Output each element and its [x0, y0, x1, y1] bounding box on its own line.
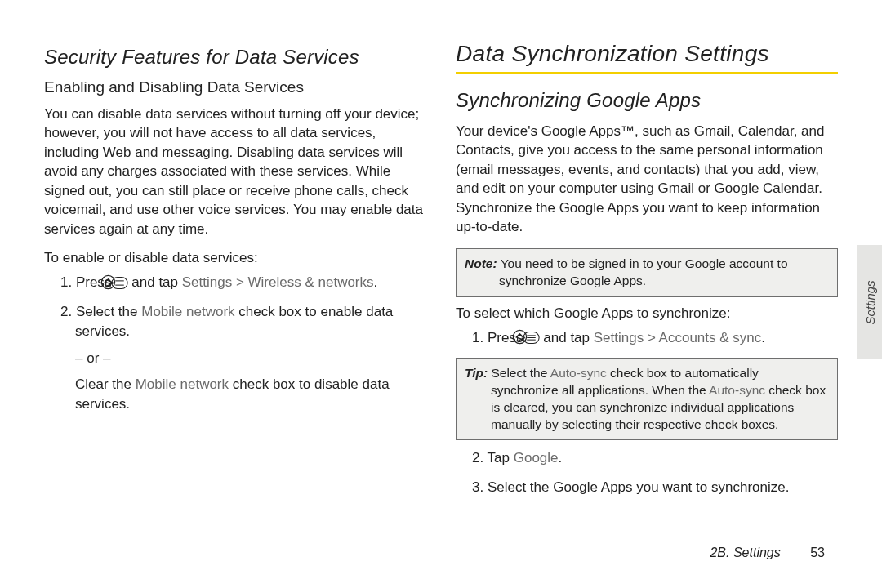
- right-column: Data Synchronization Settings Synchroniz…: [456, 41, 838, 506]
- two-column-layout: Security Features for Data Services Enab…: [44, 41, 838, 506]
- footer-page-number: 53: [810, 546, 825, 559]
- right-lead: To select which Google Apps to synchroni…: [456, 305, 838, 322]
- right-steps: 1. Press > and tap Settings > Accounts &…: [456, 328, 838, 348]
- title-underline: [456, 72, 838, 74]
- ui-path: Mobile network: [141, 304, 234, 319]
- step-text: Clear the: [75, 376, 136, 392]
- step-text: .: [559, 450, 563, 466]
- note-callout: Note: You need to be signed in to your G…: [456, 248, 838, 297]
- main-title: Data Synchronization Settings: [456, 41, 838, 67]
- note-label: Note:: [465, 256, 497, 270]
- tip-text: Select the: [488, 366, 550, 380]
- left-step-1: 1. Press > and tap Settings > Wireless &…: [60, 273, 426, 292]
- right-step-2: 2. Tap Google.: [472, 448, 838, 467]
- step-text: 2. Tap: [472, 450, 514, 466]
- right-step-3: 3. Select the Google Apps you want to sy…: [472, 478, 838, 497]
- or-separator: – or –: [75, 350, 426, 367]
- footer-chapter: 2B. Settings: [710, 546, 780, 559]
- tip-label: Tip:: [465, 366, 488, 380]
- ui-path: Settings > Wireless & networks: [182, 274, 374, 290]
- page-footer: 2B. Settings 53: [710, 546, 825, 560]
- left-column: Security Features for Data Services Enab…: [44, 41, 426, 506]
- left-step-2-alt: Clear the Mobile network check box to di…: [44, 375, 426, 413]
- menu-icon: [126, 274, 128, 292]
- ui-path: Settings > Accounts & sync: [594, 330, 762, 345]
- menu-icon: [537, 328, 540, 347]
- side-tab-label: Settings: [863, 280, 877, 324]
- ui-path: Mobile network: [136, 376, 229, 392]
- right-steps-cont: 2. Tap Google. 3. Select the Google Apps…: [456, 448, 838, 497]
- right-body: Your device's Google Apps™, such as Gmai…: [456, 122, 838, 237]
- step-text: and tap: [131, 274, 181, 290]
- left-lead: To enable or disable data services:: [44, 250, 426, 266]
- manual-page: Security Features for Data Services Enab…: [0, 0, 882, 588]
- left-body: You can disable data services without tu…: [44, 105, 426, 238]
- right-step-1: 1. Press > and tap Settings > Accounts &…: [472, 328, 838, 348]
- ui-path: Auto-sync: [709, 383, 765, 397]
- left-step-2: 2. Select the Mobile network check box t…: [60, 302, 426, 341]
- step-text: .: [374, 274, 378, 290]
- step-text: .: [761, 330, 765, 345]
- left-section-title: Security Features for Data Services: [44, 46, 426, 69]
- side-tab: Settings: [858, 245, 882, 359]
- left-steps: 1. Press > and tap Settings > Wireless &…: [44, 273, 426, 341]
- left-subhead: Enabling and Disabling Data Services: [44, 78, 426, 96]
- right-section-title: Synchronizing Google Apps: [456, 89, 838, 112]
- step-text: and tap: [543, 330, 593, 345]
- tip-callout: Tip: Select the Auto-sync check box to a…: [456, 358, 838, 441]
- ui-path: Auto-sync: [550, 366, 607, 380]
- step-text: 2. Select the: [60, 304, 141, 319]
- note-text: You need to be signed in to your Google …: [497, 256, 788, 287]
- ui-path: Google: [514, 450, 559, 466]
